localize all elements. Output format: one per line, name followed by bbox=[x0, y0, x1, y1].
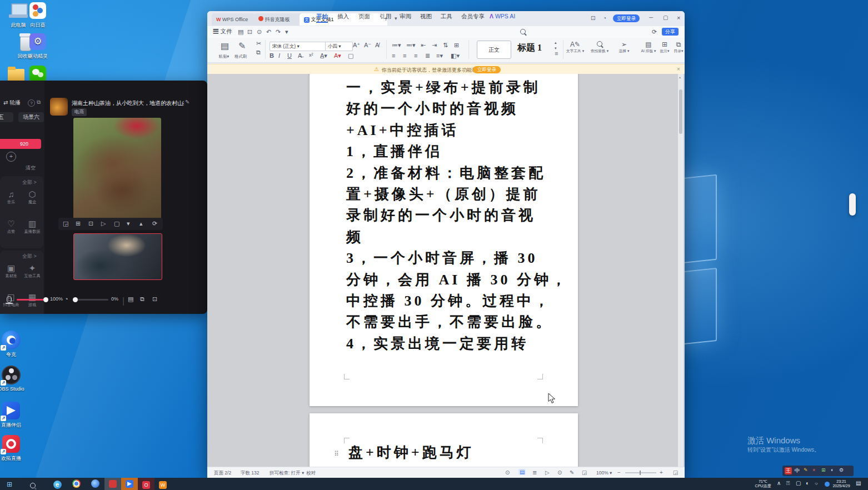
font-name-select[interactable]: 宋体 (正文) ▾ bbox=[270, 42, 326, 51]
ribbon-tab-page[interactable]: 页面 bbox=[358, 13, 370, 21]
style-gallery-more[interactable]: ☰ bbox=[555, 52, 558, 56]
tray-mic-icon[interactable]: ⍐ bbox=[786, 480, 790, 487]
decrease-indent-button[interactable]: ⇤ bbox=[421, 42, 426, 49]
number-list-button[interactable]: ≕▾ bbox=[406, 42, 416, 49]
taskbar-live-companion-icon[interactable] bbox=[121, 478, 138, 490]
cut-icon[interactable]: ✂ bbox=[256, 40, 261, 47]
zoom-slider[interactable] bbox=[625, 472, 656, 473]
taskbar-search-button[interactable] bbox=[24, 478, 41, 490]
ime-sound-icon[interactable]: ◖ bbox=[830, 467, 833, 473]
char-border-button[interactable]: ▢ bbox=[348, 52, 353, 59]
ribbon-tab-home[interactable]: 开始 bbox=[316, 13, 328, 23]
highlight-color-button[interactable]: A̲▾ bbox=[320, 52, 327, 59]
sync-icon[interactable]: ⟳ bbox=[652, 28, 657, 36]
format-painter-icon[interactable]: ✎ bbox=[238, 41, 246, 51]
strikethrough-button[interactable]: A̶ bbox=[298, 52, 302, 59]
desktop-icon-quark[interactable]: ↗ 夸克 bbox=[0, 331, 31, 358]
tab-list-button[interactable]: ▾ bbox=[395, 16, 397, 21]
cpu-temp-widget[interactable]: 71℃ CPU温度 bbox=[751, 479, 775, 488]
print-icon[interactable]: ⊡ bbox=[247, 28, 252, 36]
help-icon[interactable]: ? bbox=[28, 99, 35, 107]
format-painter-label[interactable]: 格式刷 bbox=[235, 53, 247, 59]
eye-protect-icon[interactable]: ⊙ bbox=[505, 469, 510, 476]
desktop-icon-obs[interactable]: ↗ OBS Studio bbox=[0, 366, 31, 392]
share-screen-icon[interactable]: ⊡ bbox=[152, 296, 157, 303]
document-page-1[interactable]: 一，实景+绿布+提前录制 好的一个小时的音视频 +AI+中控插话 1，直播伴侣 … bbox=[310, 74, 578, 406]
layout-switch-icon[interactable]: ⊡ bbox=[591, 15, 595, 21]
notice-close-icon[interactable]: × bbox=[677, 66, 680, 72]
desktop-icon-driver-tool[interactable]: ⚙ 驱动精灵 bbox=[18, 32, 57, 60]
style-body[interactable]: 正文 bbox=[477, 41, 511, 59]
camera-icon[interactable]: ▤ bbox=[128, 296, 133, 303]
italic-button[interactable]: I bbox=[278, 52, 280, 59]
superscript-button[interactable]: x² bbox=[309, 52, 313, 58]
tab-wps-home[interactable]: W WPS Office bbox=[212, 13, 255, 26]
paragraph-drag-handle[interactable]: ⠿ bbox=[334, 450, 339, 458]
video-preview-main[interactable] bbox=[73, 118, 161, 219]
font-size-select[interactable]: 小四 ▾ bbox=[325, 42, 353, 51]
toc-button[interactable]: ⧉ 目录▾ bbox=[672, 41, 685, 54]
scroll-up-arrow[interactable]: ▴ bbox=[679, 75, 681, 79]
paste-label[interactable]: 粘贴▾ bbox=[219, 53, 229, 59]
comment-button[interactable]: ⊞ 批注▾ bbox=[657, 41, 672, 54]
share-button[interactable]: 分享 bbox=[662, 28, 679, 36]
tool-media-library[interactable]: ▣ 素材库 bbox=[1, 264, 21, 279]
outline-view-icon[interactable]: ≣ bbox=[532, 469, 537, 476]
tray-volume-icon[interactable]: ◖ bbox=[805, 480, 809, 486]
justify-button[interactable]: ≣ bbox=[425, 52, 430, 59]
fullscreen-icon[interactable]: ◲ bbox=[63, 220, 68, 227]
autoscroll-icon[interactable]: ⊙ bbox=[557, 469, 562, 476]
taskbar-app-clip-icon[interactable] bbox=[104, 478, 121, 490]
login-button[interactable]: 立即登录 bbox=[613, 14, 640, 22]
increase-indent-button[interactable]: ⇥ bbox=[432, 42, 437, 49]
doc-scrollbar[interactable]: ▴ bbox=[678, 74, 684, 467]
notice-login-button[interactable]: 立即登录 bbox=[473, 66, 501, 73]
style-heading1[interactable]: 标题 1 bbox=[517, 42, 542, 54]
zoom-in-button[interactable]: + bbox=[660, 469, 663, 476]
redo-icon[interactable]: ↷ bbox=[276, 28, 281, 36]
ime-settings-icon[interactable]: ⚙ bbox=[839, 467, 844, 473]
ime-pen-icon[interactable]: ✎ bbox=[804, 467, 808, 473]
wps-ai-tab[interactable]: Λ WPS AI bbox=[490, 13, 515, 19]
edit-mode-icon[interactable]: ✎ bbox=[570, 469, 574, 476]
ime-keyboard-icon[interactable]: ⊞ bbox=[821, 467, 826, 473]
status-spellcheck[interactable]: 拼写检查: 打开 ▾ bbox=[270, 470, 304, 477]
skin-icon[interactable]: ◔ bbox=[603, 15, 606, 21]
start-button[interactable]: ⊞ bbox=[1, 478, 18, 490]
desktop-icon-live-companion[interactable]: ↗ 直播伴侣 bbox=[0, 401, 31, 429]
ime-mode-icon[interactable]: 中 bbox=[795, 467, 800, 474]
sound-volume-slider[interactable] bbox=[73, 299, 108, 301]
taskbar-wps-icon[interactable]: W bbox=[154, 478, 171, 490]
taskbar-chrome-icon[interactable] bbox=[68, 478, 84, 490]
clear-format-icon[interactable]: A̸ bbox=[375, 42, 379, 48]
tool-music[interactable]: ♫ 音乐 bbox=[1, 190, 21, 205]
export-icon[interactable]: ⊙ bbox=[257, 28, 262, 36]
tool-live-data[interactable]: ▥ 直播数据 bbox=[22, 219, 42, 234]
align-center-button[interactable]: ≡ bbox=[403, 52, 406, 59]
speaker-icon[interactable]: ◔ bbox=[64, 296, 68, 302]
window-capture-icon[interactable]: ⧉ bbox=[140, 296, 144, 303]
read-mode-icon[interactable]: ▷ bbox=[545, 469, 550, 476]
crop-icon[interactable]: ▢ bbox=[114, 220, 119, 227]
page-view-icon[interactable]: ▤ bbox=[518, 469, 526, 475]
undo-icon[interactable]: ↶ bbox=[266, 28, 271, 36]
layer-up-icon[interactable]: ▴ bbox=[139, 220, 143, 227]
taskbar-clock[interactable]: 23:21 2025/4/29 bbox=[831, 479, 851, 488]
search-icon[interactable] bbox=[520, 29, 526, 34]
status-proofread[interactable]: 校对 bbox=[306, 470, 316, 477]
flip-horizontal-icon[interactable]: ▷ bbox=[101, 220, 106, 227]
taskbar-edge-icon[interactable]: e bbox=[49, 478, 66, 490]
add-item-button[interactable]: + bbox=[6, 152, 16, 162]
selected-scene-item[interactable]: 920 bbox=[0, 139, 41, 149]
zoom-slider-thumb[interactable] bbox=[640, 471, 641, 475]
clear-button[interactable]: 清空 bbox=[26, 164, 36, 172]
maximize-button[interactable]: ▢ bbox=[663, 14, 668, 21]
tray-network-icon[interactable]: ⌔ bbox=[815, 480, 818, 487]
video-preview-selected[interactable] bbox=[73, 233, 162, 280]
section-all-2[interactable]: 全部 > bbox=[22, 253, 37, 260]
edit-title-icon[interactable]: ✎ bbox=[185, 99, 189, 105]
reset-icon[interactable]: ⟳ bbox=[152, 220, 157, 227]
tray-display-icon[interactable]: ▢ bbox=[796, 480, 801, 486]
expand-panel-icon[interactable]: ⧉ bbox=[37, 99, 41, 106]
font-color-button[interactable]: A▾ bbox=[334, 52, 341, 59]
